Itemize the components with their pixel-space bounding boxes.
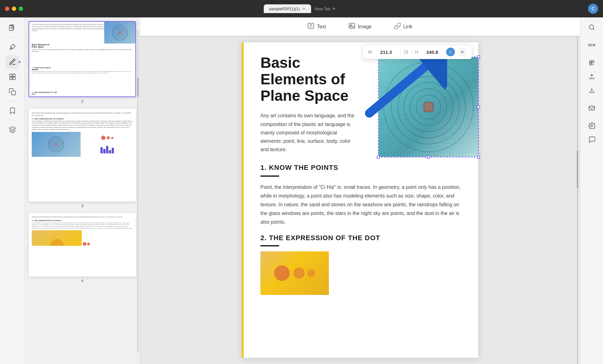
export-button[interactable] — [586, 84, 598, 96]
sidebar-divider-3 — [6, 120, 19, 120]
svg-rect-1 — [9, 26, 13, 30]
section1-body: Point, the interpretation of "Ci Hai" is… — [260, 183, 466, 226]
thumbnail-page-3[interactable]: Points also have dominant and recessive … — [29, 109, 136, 208]
rotate-icon — [404, 49, 409, 54]
dim-separator-2 — [412, 49, 412, 55]
thumbnail-page-2[interactable]: The present results show that through th… — [29, 21, 136, 104]
section1-heading: 1. KNOW THE POINTS — [260, 164, 466, 172]
maximize-button[interactable] — [19, 7, 23, 11]
svg-point-14 — [589, 25, 594, 29]
top-border — [140, 36, 580, 37]
new-tab[interactable]: New Tab + — [311, 4, 339, 14]
thumb-num-2: 2 — [29, 99, 136, 104]
close-button[interactable] — [5, 7, 9, 11]
content-area: Text Image — [140, 17, 580, 364]
text-tool-label: Text — [317, 24, 326, 30]
thumb-num-4: 4 — [29, 278, 136, 283]
svg-marker-8 — [9, 127, 16, 130]
selection-handle-bm[interactable] — [427, 156, 430, 159]
height-input[interactable] — [421, 49, 443, 55]
sidebar-icon-document[interactable] — [6, 21, 19, 35]
comment-button[interactable] — [586, 133, 598, 146]
left-sidebar — [0, 17, 25, 364]
settings-button[interactable] — [586, 119, 598, 132]
page-content: W H ✓ ✕ — [242, 42, 478, 358]
dimension-box: W H ✓ ✕ — [363, 45, 472, 59]
page-title-line2: Plane Space — [260, 87, 348, 104]
scroll-thumb[interactable] — [137, 78, 139, 97]
traffic-lights — [5, 7, 23, 11]
selection-handle-rm[interactable] — [477, 105, 480, 109]
avatar[interactable]: C — [588, 4, 598, 14]
link-tool-icon — [394, 22, 401, 31]
active-tab[interactable]: samplePDF(1)(1) ✏ — [264, 4, 311, 13]
right-divider-1 — [586, 36, 597, 36]
text-tool-button[interactable]: Text — [302, 20, 331, 33]
svg-rect-6 — [13, 77, 15, 80]
scrollbar-thumb[interactable] — [577, 151, 578, 188]
right-divider-3 — [586, 99, 597, 99]
page-image-container[interactable]: W H ✓ ✕ — [379, 57, 478, 157]
svg-rect-7 — [12, 91, 16, 95]
thumbnail-frame-4: Points also have dominant and recessive … — [29, 213, 136, 277]
page-scrollbar-track — [576, 36, 579, 364]
section2-heading: 2. THE EXPRESSION OF THE DOT — [260, 234, 466, 242]
main-layout: The present results show that through th… — [0, 17, 603, 364]
section1-divider — [260, 175, 279, 177]
image-tool-label: Image — [358, 24, 372, 30]
section2-divider — [260, 245, 279, 246]
thumbnail-frame-3: Points also have dominant and recessive … — [29, 109, 136, 202]
active-indicator — [19, 61, 21, 63]
bottom-image — [260, 251, 329, 295]
top-toolbar: Text Image — [140, 17, 580, 36]
bottom-section — [254, 251, 466, 295]
width-input[interactable] — [375, 49, 397, 55]
edit-tab-icon[interactable]: ✏ — [302, 6, 306, 11]
search-button[interactable] — [586, 21, 598, 34]
width-label: W — [368, 49, 372, 54]
document-refresh-button[interactable] — [586, 57, 598, 69]
right-divider-2 — [586, 54, 597, 54]
image-tool-icon — [348, 22, 355, 31]
close-dimension-button[interactable]: ✕ — [458, 48, 467, 56]
confirm-button[interactable]: ✓ — [446, 48, 455, 56]
sidebar-icon-bookmark[interactable] — [6, 104, 19, 118]
selection-handle-lm[interactable] — [377, 105, 380, 109]
selection-handle-tr[interactable] — [477, 55, 480, 58]
tab-bar: samplePDF(1)(1) ✏ New Tab + — [264, 4, 339, 14]
svg-rect-3 — [10, 74, 12, 77]
section-1: 1. KNOW THE POINTS Point, the interpreta… — [254, 164, 466, 226]
svg-rect-10 — [349, 23, 355, 28]
sidebar-icon-pages[interactable] — [6, 70, 19, 84]
dim-separator-1 — [400, 49, 400, 55]
svg-point-18 — [591, 125, 593, 127]
sidebar-icon-eyedropper[interactable] — [6, 40, 19, 54]
ocr-button[interactable]: OCR — [586, 39, 598, 51]
thumb3-content: Points also have dominant and recessive … — [29, 109, 135, 201]
svg-rect-4 — [13, 74, 15, 77]
scroll-track — [137, 30, 139, 352]
page-scroll[interactable]: W H ✓ ✕ — [140, 36, 580, 364]
page-intro-text: Any art contains its own language, and t… — [260, 111, 360, 154]
link-tool-button[interactable]: Link — [389, 20, 417, 33]
upload-button[interactable] — [586, 70, 598, 83]
sidebar-icon-copy[interactable] — [6, 85, 19, 99]
selection-handle-bl[interactable] — [377, 156, 380, 159]
thumb2-content: The present results show that through th… — [29, 22, 135, 96]
thumbnail-page-4[interactable]: Points also have dominant and recessive … — [29, 213, 136, 283]
svg-rect-17 — [589, 106, 595, 110]
thumb4-content: Points also have dominant and recessive … — [29, 214, 135, 276]
image-tool-button[interactable]: Image — [344, 20, 376, 33]
sidebar-divider-2 — [6, 101, 19, 101]
right-divider-4 — [586, 117, 597, 117]
mail-button[interactable] — [586, 102, 598, 114]
sidebar-icon-layers[interactable] — [6, 123, 19, 137]
selection-handle-br[interactable] — [477, 156, 480, 159]
tab-title: samplePDF(1)(1) — [269, 7, 300, 11]
page-title: Basic Elements of Plane Space — [260, 55, 360, 104]
page-image — [379, 57, 478, 157]
minimize-button[interactable] — [12, 7, 16, 11]
sidebar-icon-edit[interactable] — [6, 55, 19, 69]
add-tab-icon[interactable]: + — [332, 6, 336, 12]
text-tool-icon — [307, 22, 314, 31]
